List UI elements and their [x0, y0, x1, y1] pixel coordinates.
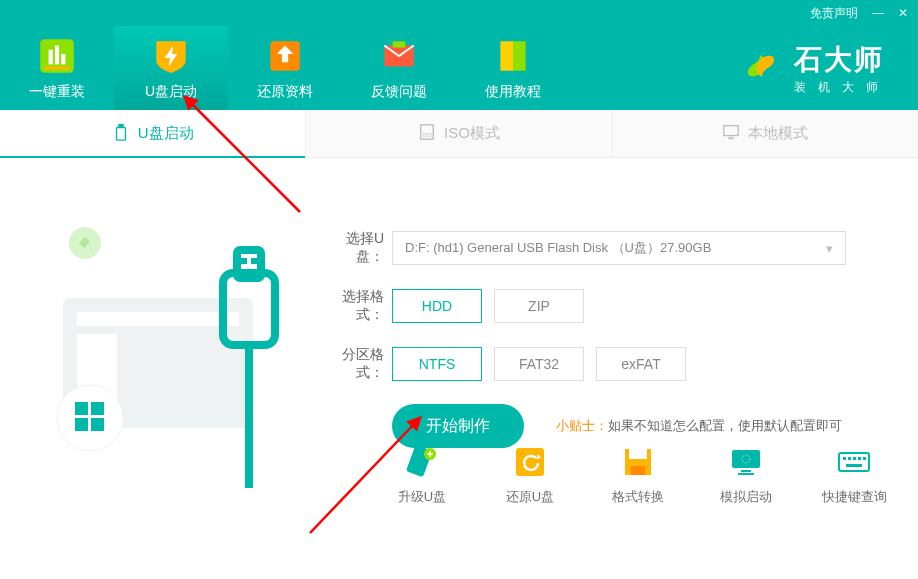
svg-rect-42 — [848, 457, 851, 460]
envelope-icon — [378, 35, 420, 77]
nav-restore[interactable]: 还原资料 — [228, 26, 342, 110]
book-icon — [492, 35, 534, 77]
svg-rect-29 — [91, 418, 104, 431]
nav-label: 一键重装 — [29, 83, 85, 101]
format-mode-label: 选择格式： — [318, 288, 384, 324]
brand: 石大师 装机大师 — [738, 26, 918, 110]
usb-illustration — [35, 188, 295, 488]
svg-rect-23 — [251, 258, 257, 264]
tab-label: ISO模式 — [444, 124, 500, 143]
minimize-button[interactable]: — — [872, 6, 884, 20]
content-area: 选择U盘： D:F: (hd1) General USB Flash Disk … — [0, 158, 918, 528]
nav-label: 还原资料 — [257, 83, 313, 101]
shield-bolt-icon — [150, 35, 192, 77]
partition-label: 分区格式： — [318, 346, 384, 382]
keyboard-icon — [836, 444, 872, 480]
svg-rect-11 — [116, 127, 125, 140]
restore-icon — [512, 444, 548, 480]
mode-tabs: U盘启动 ISO ISO模式 本地模式 — [0, 110, 918, 158]
header: 一键重装 U盘启动 还原资料 反馈问题 使用教程 — [0, 26, 918, 110]
tab-iso-mode[interactable]: ISO ISO模式 — [305, 110, 611, 158]
svg-rect-27 — [91, 402, 104, 415]
tab-local-mode[interactable]: 本地模式 — [612, 110, 918, 158]
tool-format-convert[interactable]: 格式转换 — [602, 444, 674, 506]
tools-bar: 升级U盘 还原U盘 格式转换 模拟启动 快捷键查询 — [386, 444, 890, 506]
chevron-down-icon: ▾ — [826, 241, 833, 256]
bar-chart-icon — [36, 35, 78, 77]
tip-head: 小贴士： — [556, 418, 608, 433]
svg-rect-39 — [738, 473, 754, 475]
tool-label: 升级U盘 — [398, 488, 446, 506]
format-hdd[interactable]: HDD — [392, 289, 482, 323]
iso-file-icon: ISO — [418, 123, 436, 144]
tab-label: 本地模式 — [748, 124, 808, 143]
svg-rect-28 — [75, 418, 88, 431]
svg-rect-45 — [863, 457, 866, 460]
svg-rect-40 — [839, 453, 869, 471]
svg-rect-34 — [629, 449, 647, 459]
start-make-button[interactable]: 开始制作 — [392, 404, 524, 448]
close-button[interactable]: ✕ — [898, 6, 908, 20]
tool-upgrade-usb[interactable]: 升级U盘 — [386, 444, 458, 506]
svg-rect-9 — [513, 41, 526, 70]
tab-usb-boot[interactable]: U盘启动 — [0, 110, 305, 158]
monitor-boot-icon — [728, 444, 764, 480]
floppy-icon — [620, 444, 656, 480]
brand-subtitle: 装机大师 — [794, 79, 890, 96]
tool-label: 格式转换 — [612, 488, 664, 506]
select-value: D:F: (hd1) General USB Flash Disk （U盘）27… — [405, 239, 711, 257]
nav-feedback[interactable]: 反馈问题 — [342, 26, 456, 110]
upload-box-icon — [264, 35, 306, 77]
svg-rect-35 — [631, 466, 645, 475]
tool-label: 快捷键查询 — [822, 488, 887, 506]
svg-point-25 — [57, 385, 123, 451]
partition-exfat[interactable]: exFAT — [596, 347, 686, 381]
disclaimer-link[interactable]: 免责声明 — [810, 5, 858, 22]
config-form: 选择U盘： D:F: (hd1) General USB Flash Disk … — [318, 230, 878, 448]
svg-rect-41 — [843, 457, 846, 460]
usb-upgrade-icon — [404, 444, 440, 480]
svg-rect-36 — [732, 450, 760, 468]
tool-hotkey-query[interactable]: 快捷键查询 — [818, 444, 890, 506]
nav-label: 使用教程 — [485, 83, 541, 101]
svg-text:ISO: ISO — [423, 132, 432, 138]
usb-icon — [112, 123, 130, 144]
usb-drive-select[interactable]: D:F: (hd1) General USB Flash Disk （U盘）27… — [392, 231, 846, 265]
svg-rect-7 — [393, 41, 406, 47]
svg-rect-1 — [49, 50, 53, 65]
nav-reinstall[interactable]: 一键重装 — [0, 26, 114, 110]
titlebar: 免责声明 — ✕ — [0, 0, 918, 26]
svg-rect-3 — [61, 54, 65, 65]
svg-rect-4 — [44, 67, 69, 70]
brand-title: 石大师 — [794, 41, 890, 79]
tip-body: 如果不知道怎么配置，使用默认配置即可 — [608, 418, 842, 433]
svg-rect-32 — [516, 448, 544, 476]
tip-text: 小贴士：如果不知道怎么配置，使用默认配置即可 — [556, 417, 842, 435]
svg-rect-15 — [729, 137, 734, 139]
format-zip[interactable]: ZIP — [494, 289, 584, 323]
svg-rect-17 — [77, 312, 239, 326]
tool-simulate-boot[interactable]: 模拟启动 — [710, 444, 782, 506]
nav-tutorial[interactable]: 使用教程 — [456, 26, 570, 110]
brand-logo-icon — [738, 43, 784, 93]
svg-rect-2 — [55, 46, 59, 65]
svg-rect-43 — [853, 457, 856, 460]
select-usb-label: 选择U盘： — [318, 230, 384, 266]
nav-label: 反馈问题 — [371, 83, 427, 101]
svg-rect-44 — [858, 457, 861, 460]
svg-rect-46 — [846, 464, 862, 467]
svg-rect-8 — [500, 41, 513, 70]
svg-rect-22 — [241, 258, 247, 264]
tool-restore-usb[interactable]: 还原U盘 — [494, 444, 566, 506]
tab-label: U盘启动 — [138, 124, 194, 143]
nav-usb-boot[interactable]: U盘启动 — [114, 26, 228, 110]
monitor-icon — [722, 123, 740, 144]
svg-rect-26 — [75, 402, 88, 415]
main-nav: 一键重装 U盘启动 还原资料 反馈问题 使用教程 — [0, 26, 570, 110]
tool-label: 还原U盘 — [506, 488, 554, 506]
svg-rect-38 — [741, 470, 751, 472]
tool-label: 模拟启动 — [720, 488, 772, 506]
svg-rect-14 — [724, 126, 738, 136]
partition-fat32[interactable]: FAT32 — [494, 347, 584, 381]
partition-ntfs[interactable]: NTFS — [392, 347, 482, 381]
